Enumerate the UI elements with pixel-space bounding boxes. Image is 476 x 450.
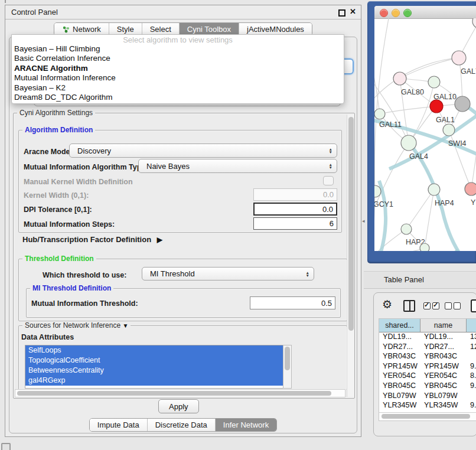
dpi-tolerance-field[interactable]: 0.0	[253, 203, 337, 216]
attribute-item-selected[interactable]: BetweennessCentrality	[25, 366, 283, 376]
table-row[interactable]: YLR345WYLR345W9.	[379, 401, 476, 411]
mac-close-button[interactable]	[380, 9, 388, 17]
minimized-panel-icon[interactable]	[1, 443, 11, 450]
network-graph[interactable]: GAL7GAL80GAL10GAL1GAL11SWI4GAL4GCY1HAP4Y…	[374, 18, 476, 251]
settings-group-title: Cyni Algorithm Settings	[17, 109, 95, 117]
network-edge[interactable]	[380, 106, 436, 114]
tab-label: Cyni Toolbox	[187, 25, 231, 34]
network-node-gal11[interactable]	[374, 109, 385, 119]
network-edge[interactable]	[374, 18, 389, 191]
table-row[interactable]: YBR043CYBR043C	[379, 352, 476, 362]
uncheck-all-icon[interactable]	[445, 301, 462, 312]
table-row[interactable]: YDR27...YDR27...12	[379, 343, 476, 353]
attribute-item-selected[interactable]: TopologicalCoefficient	[25, 356, 283, 366]
float-window-icon[interactable]	[338, 9, 345, 17]
network-edge[interactable]	[471, 125, 476, 189]
aracne-mode-combobox[interactable]: Discovery ▲▼	[69, 144, 337, 158]
network-node-gray-node[interactable]	[455, 96, 470, 112]
mi-threshold-field[interactable]: 0.5	[250, 296, 335, 309]
network-node-gal80[interactable]	[393, 72, 406, 85]
settings-horizontal-scrollbar[interactable]	[15, 389, 345, 397]
table-cell: 12	[467, 343, 476, 353]
mi-steps-field[interactable]: 6	[253, 217, 337, 230]
tab-discretize-data[interactable]: Discretize Data	[147, 419, 215, 431]
mi-type-combobox[interactable]: Naive Bayes ▲▼	[138, 159, 337, 173]
mac-zoom-button[interactable]	[403, 9, 412, 17]
scrollbar-thumb[interactable]	[285, 347, 290, 370]
network-node-gal1[interactable]	[430, 100, 443, 113]
mac-minimize-button[interactable]	[392, 9, 400, 17]
network-edge[interactable]	[374, 229, 406, 251]
table-cell: 13	[467, 332, 476, 343]
network-node-hap4[interactable]	[428, 184, 440, 195]
table-row[interactable]: YER054CYER054C8.	[379, 371, 476, 381]
network-node-gal10[interactable]	[428, 76, 440, 88]
network-node-salmon-node[interactable]	[465, 182, 476, 195]
network-edge[interactable]	[425, 190, 434, 248]
panel-divider-handle[interactable]: ◂	[362, 218, 365, 224]
hub-definition-label: Hub/Transcription Factor Definition	[22, 235, 151, 244]
tab-jactivemnodules[interactable]: jActiveMNodules	[239, 23, 312, 35]
column-header[interactable]: name	[420, 319, 467, 332]
tab-cyni-toolbox[interactable]: Cyni Toolbox	[179, 23, 239, 35]
tab-impute-data[interactable]: Impute Data	[90, 419, 147, 431]
algorithm-option[interactable]: Bayesian – Hill Climbing	[12, 44, 344, 54]
tab-style[interactable]: Style	[109, 23, 142, 35]
gear-icon[interactable]: ⚙	[382, 298, 392, 311]
attributes-scrollbar[interactable]	[283, 345, 292, 389]
node-label-gal7: GAL7	[461, 67, 476, 76]
network-node-gal4[interactable]	[401, 135, 416, 151]
table-row[interactable]: YPR145WYPR145W9.	[379, 362, 476, 372]
attribute-item-selected[interactable]: gal4RGexp	[25, 376, 283, 386]
table-partial-icon[interactable]	[471, 299, 476, 312]
manual-kernel-checkbox[interactable]	[323, 176, 334, 185]
algorithm-option[interactable]: Dream8 DC_TDC Algorithm	[12, 93, 344, 102]
table-row[interactable]: YBR045CYBR045C9.	[379, 381, 476, 392]
apply-button[interactable]: Apply	[158, 399, 199, 413]
data-attributes-list[interactable]: SelfLoopsTopologicalCoefficientBetweenne…	[25, 345, 284, 389]
table-cell	[467, 352, 476, 362]
hub-definition-toggle[interactable]: Hub/Transcription Factor Definition ▶	[22, 235, 162, 244]
table-cell	[467, 392, 476, 402]
close-icon[interactable]: ✕	[350, 7, 356, 16]
attribute-item-selected[interactable]: SelfLoops	[25, 345, 283, 356]
table-horizontal-scrollbar[interactable]	[379, 412, 476, 421]
network-edge[interactable]	[406, 190, 434, 229]
threshold-definition-title: Threshold Definition	[22, 255, 96, 263]
node-label-swi4: SWI4	[448, 139, 467, 148]
algorithm-option[interactable]: Bayesian – K2	[12, 83, 344, 93]
sources-title[interactable]: Sources for Network Inference ▼	[22, 321, 131, 330]
network-edge[interactable]	[400, 58, 459, 79]
data-attributes-label: Data Attributes	[21, 333, 74, 341]
network-edge[interactable]	[449, 130, 471, 189]
which-threshold-combobox[interactable]: MI Threshold ▲▼	[142, 267, 314, 281]
table-row[interactable]: YBL079WYBL079W	[379, 392, 476, 402]
scrollbar-thumb[interactable]	[17, 391, 331, 396]
scrollbar-thumb[interactable]	[348, 117, 354, 331]
mi-type-value: Naive Bayes	[139, 162, 329, 171]
algorithm-option[interactable]: Mutual Information Inference	[12, 73, 344, 83]
tab-select[interactable]: Select	[142, 23, 179, 35]
tab-network[interactable]: Network	[54, 23, 109, 35]
tab-label: Impute Data	[97, 420, 139, 429]
algorithm-option[interactable]: ARACNE Algorithm	[12, 64, 344, 73]
column-header[interactable]	[467, 319, 476, 332]
tab-infer-network[interactable]: Infer Network	[215, 419, 276, 431]
network-view-window[interactable]: GAL7GAL80GAL10GAL1GAL11SWI4GAL4GCY1HAP4Y…	[374, 6, 476, 251]
split-columns-icon[interactable]	[403, 300, 415, 312]
kernel-width-field[interactable]: 0.0	[253, 188, 337, 201]
chevron-down-icon: ▼	[122, 322, 128, 329]
algorithm-option[interactable]: Basic Correlation Inference	[12, 54, 344, 63]
network-node-bottom-node[interactable]	[420, 243, 429, 251]
check-all-icon[interactable]	[423, 301, 441, 312]
network-node-top-node[interactable]	[472, 18, 476, 28]
table-row[interactable]: YDL19...YDL19...13	[379, 332, 476, 343]
settings-vertical-scrollbar[interactable]	[347, 115, 354, 397]
table-body: YDL19...YDL19...13YDR27...YDR27...12YBR0…	[379, 332, 476, 420]
column-header[interactable]: shared...	[379, 319, 420, 332]
scrollbar-thumb[interactable]	[382, 414, 470, 419]
network-node-hap2[interactable]	[401, 224, 412, 234]
network-node-swi4[interactable]	[443, 124, 455, 136]
table-cell: YBR043C	[420, 352, 467, 362]
network-node-gal7[interactable]	[452, 51, 466, 65]
